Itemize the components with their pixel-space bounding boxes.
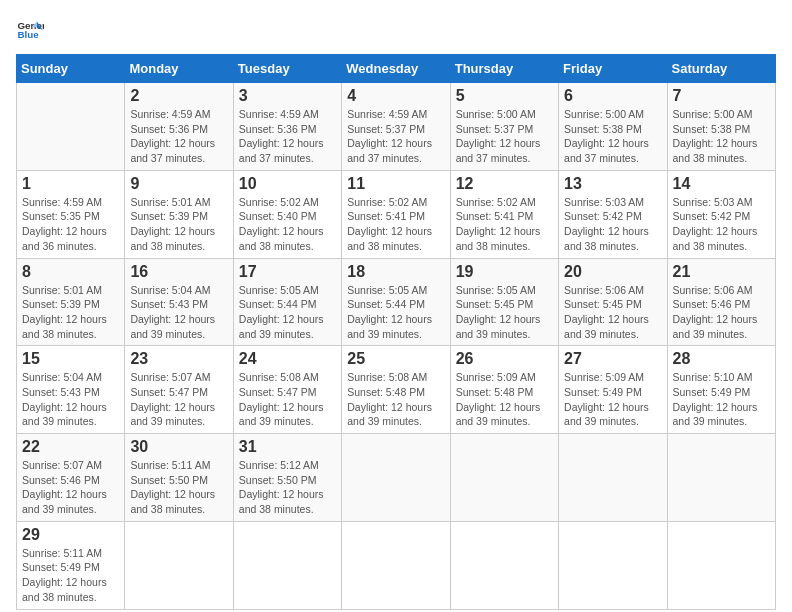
header-thursday: Thursday <box>450 55 558 83</box>
calendar-cell: 26Sunrise: 5:09 AM Sunset: 5:48 PM Dayli… <box>450 346 558 434</box>
calendar-cell: 10Sunrise: 5:02 AM Sunset: 5:40 PM Dayli… <box>233 170 341 258</box>
day-detail: Sunrise: 5:00 AM Sunset: 5:38 PM Dayligh… <box>673 107 770 166</box>
day-detail: Sunrise: 5:06 AM Sunset: 5:46 PM Dayligh… <box>673 283 770 342</box>
calendar-cell: 22Sunrise: 5:07 AM Sunset: 5:46 PM Dayli… <box>17 434 125 522</box>
day-detail: Sunrise: 4:59 AM Sunset: 5:36 PM Dayligh… <box>130 107 227 166</box>
calendar-cell <box>450 434 558 522</box>
day-detail: Sunrise: 5:06 AM Sunset: 5:45 PM Dayligh… <box>564 283 661 342</box>
calendar-cell: 7Sunrise: 5:00 AM Sunset: 5:38 PM Daylig… <box>667 83 775 171</box>
week-row-3: 15Sunrise: 5:04 AM Sunset: 5:43 PM Dayli… <box>17 346 776 434</box>
day-detail: Sunrise: 5:11 AM Sunset: 5:50 PM Dayligh… <box>130 458 227 517</box>
header-friday: Friday <box>559 55 667 83</box>
calendar-cell: 12Sunrise: 5:02 AM Sunset: 5:41 PM Dayli… <box>450 170 558 258</box>
day-detail: Sunrise: 5:04 AM Sunset: 5:43 PM Dayligh… <box>22 370 119 429</box>
calendar-cell: 18Sunrise: 5:05 AM Sunset: 5:44 PM Dayli… <box>342 258 450 346</box>
day-number: 9 <box>130 175 227 193</box>
week-row-4: 22Sunrise: 5:07 AM Sunset: 5:46 PM Dayli… <box>17 434 776 522</box>
day-detail: Sunrise: 5:07 AM Sunset: 5:47 PM Dayligh… <box>130 370 227 429</box>
day-number: 20 <box>564 263 661 281</box>
header-wednesday: Wednesday <box>342 55 450 83</box>
calendar-cell: 31Sunrise: 5:12 AM Sunset: 5:50 PM Dayli… <box>233 434 341 522</box>
day-number: 6 <box>564 87 661 105</box>
day-detail: Sunrise: 5:07 AM Sunset: 5:46 PM Dayligh… <box>22 458 119 517</box>
calendar-cell: 1Sunrise: 4:59 AM Sunset: 5:35 PM Daylig… <box>17 170 125 258</box>
calendar-cell: 24Sunrise: 5:08 AM Sunset: 5:47 PM Dayli… <box>233 346 341 434</box>
calendar-cell: 27Sunrise: 5:09 AM Sunset: 5:49 PM Dayli… <box>559 346 667 434</box>
day-detail: Sunrise: 5:11 AM Sunset: 5:49 PM Dayligh… <box>22 546 119 605</box>
day-detail: Sunrise: 5:12 AM Sunset: 5:50 PM Dayligh… <box>239 458 336 517</box>
day-number: 26 <box>456 350 553 368</box>
page-header: General Blue <box>16 16 776 44</box>
day-number: 5 <box>456 87 553 105</box>
calendar-cell: 8Sunrise: 5:01 AM Sunset: 5:39 PM Daylig… <box>17 258 125 346</box>
calendar-cell <box>17 83 125 171</box>
day-number: 10 <box>239 175 336 193</box>
day-number: 14 <box>673 175 770 193</box>
day-number: 4 <box>347 87 444 105</box>
day-detail: Sunrise: 5:04 AM Sunset: 5:43 PM Dayligh… <box>130 283 227 342</box>
header-saturday: Saturday <box>667 55 775 83</box>
calendar-cell: 15Sunrise: 5:04 AM Sunset: 5:43 PM Dayli… <box>17 346 125 434</box>
day-detail: Sunrise: 5:05 AM Sunset: 5:44 PM Dayligh… <box>239 283 336 342</box>
week-row-2: 8Sunrise: 5:01 AM Sunset: 5:39 PM Daylig… <box>17 258 776 346</box>
day-number: 15 <box>22 350 119 368</box>
day-detail: Sunrise: 5:00 AM Sunset: 5:38 PM Dayligh… <box>564 107 661 166</box>
day-number: 17 <box>239 263 336 281</box>
day-detail: Sunrise: 5:01 AM Sunset: 5:39 PM Dayligh… <box>130 195 227 254</box>
day-number: 13 <box>564 175 661 193</box>
day-detail: Sunrise: 5:08 AM Sunset: 5:47 PM Dayligh… <box>239 370 336 429</box>
logo-icon: General Blue <box>16 16 44 44</box>
day-detail: Sunrise: 4:59 AM Sunset: 5:36 PM Dayligh… <box>239 107 336 166</box>
day-detail: Sunrise: 5:01 AM Sunset: 5:39 PM Dayligh… <box>22 283 119 342</box>
day-number: 29 <box>22 526 119 544</box>
calendar-cell: 11Sunrise: 5:02 AM Sunset: 5:41 PM Dayli… <box>342 170 450 258</box>
day-detail: Sunrise: 5:02 AM Sunset: 5:41 PM Dayligh… <box>347 195 444 254</box>
day-number: 24 <box>239 350 336 368</box>
header-monday: Monday <box>125 55 233 83</box>
calendar-cell <box>667 434 775 522</box>
calendar-cell <box>233 521 341 609</box>
calendar-cell: 6Sunrise: 5:00 AM Sunset: 5:38 PM Daylig… <box>559 83 667 171</box>
day-number: 3 <box>239 87 336 105</box>
day-number: 25 <box>347 350 444 368</box>
calendar-cell: 14Sunrise: 5:03 AM Sunset: 5:42 PM Dayli… <box>667 170 775 258</box>
calendar-cell <box>342 434 450 522</box>
logo: General Blue <box>16 16 44 44</box>
day-number: 23 <box>130 350 227 368</box>
calendar-cell <box>559 521 667 609</box>
day-detail: Sunrise: 5:02 AM Sunset: 5:40 PM Dayligh… <box>239 195 336 254</box>
days-header-row: SundayMondayTuesdayWednesdayThursdayFrid… <box>17 55 776 83</box>
calendar-cell <box>667 521 775 609</box>
day-detail: Sunrise: 5:03 AM Sunset: 5:42 PM Dayligh… <box>564 195 661 254</box>
calendar-cell: 28Sunrise: 5:10 AM Sunset: 5:49 PM Dayli… <box>667 346 775 434</box>
week-row-1: 1Sunrise: 4:59 AM Sunset: 5:35 PM Daylig… <box>17 170 776 258</box>
day-number: 16 <box>130 263 227 281</box>
day-detail: Sunrise: 5:09 AM Sunset: 5:49 PM Dayligh… <box>564 370 661 429</box>
calendar-cell: 5Sunrise: 5:00 AM Sunset: 5:37 PM Daylig… <box>450 83 558 171</box>
calendar-table: SundayMondayTuesdayWednesdayThursdayFrid… <box>16 54 776 610</box>
day-detail: Sunrise: 4:59 AM Sunset: 5:37 PM Dayligh… <box>347 107 444 166</box>
calendar-cell: 9Sunrise: 5:01 AM Sunset: 5:39 PM Daylig… <box>125 170 233 258</box>
day-number: 28 <box>673 350 770 368</box>
day-number: 21 <box>673 263 770 281</box>
day-detail: Sunrise: 5:02 AM Sunset: 5:41 PM Dayligh… <box>456 195 553 254</box>
day-number: 19 <box>456 263 553 281</box>
calendar-cell: 16Sunrise: 5:04 AM Sunset: 5:43 PM Dayli… <box>125 258 233 346</box>
day-detail: Sunrise: 5:09 AM Sunset: 5:48 PM Dayligh… <box>456 370 553 429</box>
day-number: 22 <box>22 438 119 456</box>
day-number: 8 <box>22 263 119 281</box>
calendar-cell: 21Sunrise: 5:06 AM Sunset: 5:46 PM Dayli… <box>667 258 775 346</box>
calendar-cell: 19Sunrise: 5:05 AM Sunset: 5:45 PM Dayli… <box>450 258 558 346</box>
calendar-cell: 23Sunrise: 5:07 AM Sunset: 5:47 PM Dayli… <box>125 346 233 434</box>
calendar-cell: 25Sunrise: 5:08 AM Sunset: 5:48 PM Dayli… <box>342 346 450 434</box>
header-tuesday: Tuesday <box>233 55 341 83</box>
day-number: 12 <box>456 175 553 193</box>
calendar-cell: 17Sunrise: 5:05 AM Sunset: 5:44 PM Dayli… <box>233 258 341 346</box>
calendar-cell: 4Sunrise: 4:59 AM Sunset: 5:37 PM Daylig… <box>342 83 450 171</box>
svg-text:Blue: Blue <box>17 29 39 40</box>
calendar-cell: 30Sunrise: 5:11 AM Sunset: 5:50 PM Dayli… <box>125 434 233 522</box>
day-detail: Sunrise: 5:10 AM Sunset: 5:49 PM Dayligh… <box>673 370 770 429</box>
calendar-cell: 13Sunrise: 5:03 AM Sunset: 5:42 PM Dayli… <box>559 170 667 258</box>
day-detail: Sunrise: 4:59 AM Sunset: 5:35 PM Dayligh… <box>22 195 119 254</box>
calendar-cell: 3Sunrise: 4:59 AM Sunset: 5:36 PM Daylig… <box>233 83 341 171</box>
